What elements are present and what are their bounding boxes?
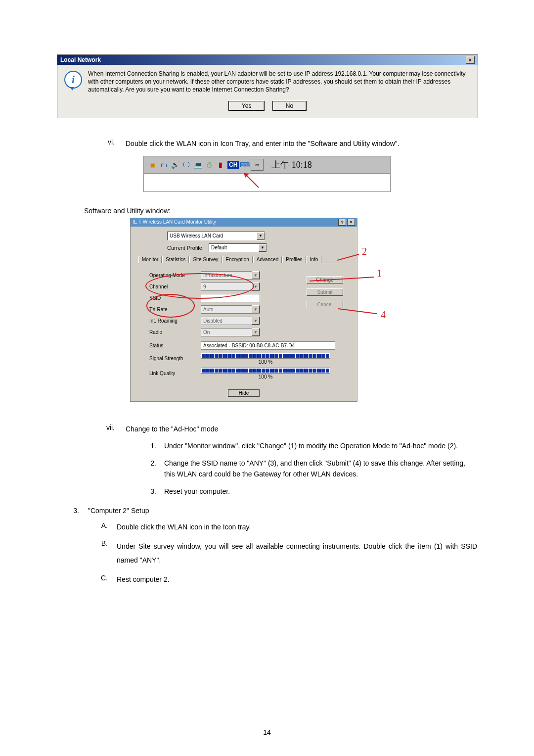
ime-ch-badge: CH <box>227 161 239 169</box>
info-icon <box>64 71 82 89</box>
tx-rate-field[interactable]: Auto ▼ <box>201 305 260 314</box>
monitor-icon: 💻 <box>192 159 203 170</box>
tab-profiles[interactable]: Profiles <box>282 256 306 263</box>
vii-sub-3-text: Reset your computer. <box>164 486 477 497</box>
vii-sub-2-marker: 2. <box>140 458 164 480</box>
globe-icon: ◉ <box>147 159 158 170</box>
current-profile-label: Current Profile: <box>167 245 205 251</box>
utility-tabs: Monitor Statistics Site Survey Encryptio… <box>138 255 350 263</box>
chevron-down-icon: ▼ <box>252 317 260 325</box>
chevron-down-icon: ▼ <box>252 305 260 313</box>
wlan-icon[interactable]: ▮ <box>215 159 226 170</box>
signal-strength-bar: 100 % <box>201 353 330 365</box>
help-icon[interactable]: ? <box>338 219 346 226</box>
profile-select[interactable]: Default ▼ <box>209 243 267 252</box>
chevron-down-icon: ▼ <box>259 244 267 252</box>
chevron-down-icon: ▼ <box>252 328 260 336</box>
radio-value: On <box>203 330 210 335</box>
step-vi: vi. Double click the WLAN icon in Icon T… <box>84 138 477 149</box>
step-vii-text: Change to the "Ad-Hoc" mode <box>126 424 477 434</box>
int-roaming-field[interactable]: Disabled ▼ <box>201 317 260 325</box>
vii-sub-3-marker: 3. <box>140 486 164 497</box>
close-icon[interactable]: × <box>347 219 355 226</box>
step-3-a: A. Double click the WLAN icon in the Ico… <box>88 521 477 532</box>
step-3-c-text: Rest computer 2. <box>117 574 477 585</box>
callout-line-4 <box>338 307 380 318</box>
vii-sub-1-text: Under "Monitor window", click "Change" (… <box>164 440 477 451</box>
step-vii-marker: vii. <box>84 424 126 497</box>
utility-titlebar: IE T Wireless LAN Card Monitor Utility ?… <box>131 218 357 227</box>
tab-monitor[interactable]: Monitor <box>138 256 162 263</box>
status-label: Status <box>149 343 201 348</box>
profile-value: Default <box>211 245 227 250</box>
ime-icon: ▭ <box>251 159 264 171</box>
step-vii: vii. Change to the "Ad-Hoc" mode 1. Unde… <box>84 424 477 497</box>
submit-button[interactable]: Submit <box>307 288 343 296</box>
tab-statistics[interactable]: Statistics <box>162 256 189 263</box>
page-number: 14 <box>263 728 271 736</box>
volume-icon: 🔉 <box>170 159 180 170</box>
vii-sub-1-marker: 1. <box>140 440 164 451</box>
link-quality-bar: 100 % <box>201 368 330 379</box>
status-value: Associated - BSSID: 00-B0-C8-AC-B7-D4 <box>201 341 335 350</box>
step-vi-text: Double click the WLAN icon in Icon Tray,… <box>126 138 477 149</box>
display-icon: 🖵 <box>181 159 192 170</box>
step-3-c: C. Rest computer 2. <box>88 574 477 585</box>
dialog-title: Local Network <box>60 56 101 63</box>
signal-strength-label: Signal Strength <box>149 356 201 361</box>
step-vi-marker: vi. <box>84 138 126 149</box>
step-3-b-marker: B. <box>88 539 117 567</box>
callout-4: 4 <box>377 309 390 322</box>
callout-circle-3 <box>146 294 195 318</box>
dialog-body: When Internet Connection Sharing is enab… <box>57 65 478 101</box>
cancel-button[interactable]: Cancel <box>307 301 343 308</box>
vii-sub-1: 1. Under "Monitor window", click "Change… <box>140 440 477 451</box>
callout-line-1 <box>310 274 379 289</box>
chevron-down-icon: ▼ <box>257 232 265 240</box>
step-3-b: B. Under Site survey window, you will se… <box>88 539 477 567</box>
dialog-buttons: Yes No <box>57 101 478 118</box>
step-3-marker: 3. <box>57 507 88 585</box>
dialog-titlebar: Local Network × <box>57 55 478 65</box>
icon-tray-figure: ◉ 🗀 🔉 🖵 💻 ⎙ ▮ CH ⌨ ▭ 上午 10:18 <box>143 156 391 192</box>
printer-icon: ⎙ <box>204 159 215 170</box>
tab-advanced[interactable]: Advanced <box>253 256 282 263</box>
svg-line-0 <box>246 175 259 188</box>
callout-1: 1 <box>373 267 386 280</box>
dialog-message: When Internet Connection Sharing is enab… <box>88 70 471 94</box>
yes-button[interactable]: Yes <box>228 101 265 111</box>
folder-icon: 🗀 <box>158 159 169 170</box>
tab-site-survey[interactable]: Site Survey <box>189 256 222 263</box>
step-3-a-text: Double click the WLAN icon in the Icon t… <box>117 521 477 532</box>
tab-encryption[interactable]: Encryption <box>222 256 253 263</box>
utility-window: IE T Wireless LAN Card Monitor Utility ?… <box>130 218 357 402</box>
keyboard-icon: ⌨ <box>239 159 250 170</box>
red-arrow-icon <box>244 173 264 191</box>
tray-icons: ◉ 🗀 🔉 🖵 💻 ⎙ ▮ CH ⌨ ▭ <box>147 159 264 171</box>
utility-title: IE T Wireless LAN Card Monitor Utility <box>133 219 216 225</box>
vii-sub-2-text: Change the SSID name to "ANY" (3), and t… <box>164 458 477 480</box>
software-utility-label: Software and Utility window: <box>84 207 477 215</box>
int-roaming-value: Disabled <box>203 318 222 324</box>
step-3-c-marker: C. <box>88 574 117 585</box>
hide-button[interactable]: Hide <box>228 390 260 396</box>
svg-line-2 <box>310 277 374 281</box>
signal-strength-value: 100 % <box>201 359 330 365</box>
icon-tray-bar: ◉ 🗀 🔉 🖵 💻 ⎙ ▮ CH ⌨ ▭ 上午 10:18 <box>143 156 391 174</box>
svg-line-4 <box>338 309 377 314</box>
link-quality-value: 100 % <box>201 374 330 379</box>
step-3-b-text: Under Site survey window, you will see a… <box>117 539 477 567</box>
tray-clock: 上午 10:18 <box>271 159 312 171</box>
radio-field[interactable]: On ▼ <box>201 328 260 336</box>
callout-2: 2 <box>358 245 371 258</box>
chevron-down-icon: ▼ <box>252 271 260 279</box>
local-network-dialog: Local Network × When Internet Connection… <box>57 54 478 118</box>
card-select[interactable]: USB Wireless LAN Card ▼ <box>167 232 265 240</box>
tab-info[interactable]: Info <box>307 256 322 263</box>
close-icon[interactable]: × <box>466 56 475 64</box>
no-button[interactable]: No <box>272 101 307 111</box>
vii-sub-2: 2. Change the SSID name to "ANY" (3), an… <box>140 458 477 480</box>
utility-top: USB Wireless LAN Card ▼ Current Profile:… <box>131 227 357 264</box>
tray-underbar <box>143 174 391 192</box>
card-select-value: USB Wireless LAN Card <box>170 233 223 238</box>
